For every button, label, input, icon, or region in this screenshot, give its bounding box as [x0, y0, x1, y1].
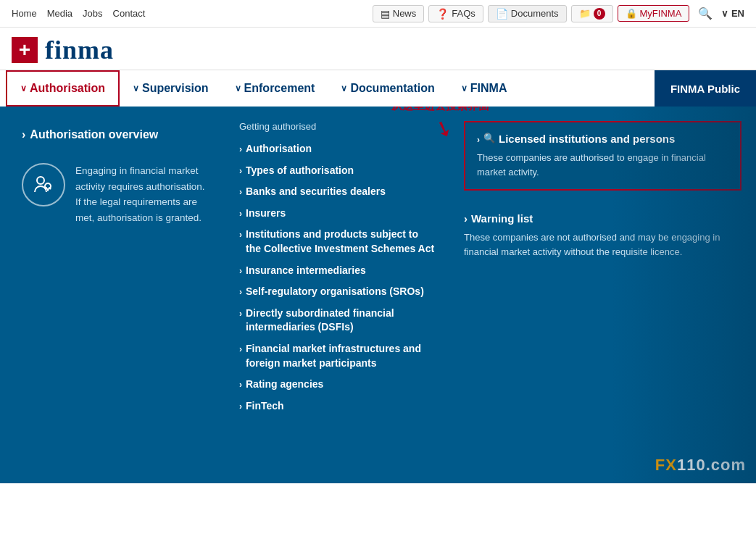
- watermark: FX110.com: [655, 456, 746, 475]
- chevron-right-icon: ›: [239, 186, 242, 199]
- finma-public-button[interactable]: FINMA Public: [655, 70, 756, 107]
- types-of-authorisation-link[interactable]: › Types of authorisation: [239, 164, 435, 178]
- insurers-link[interactable]: › Insurers: [239, 206, 435, 221]
- sro-link[interactable]: › Self-regulatory organisations (SROs): [239, 285, 435, 299]
- authorisation-overview-link[interactable]: › Authorisation overview: [22, 128, 210, 141]
- news-button[interactable]: ▤ News: [373, 5, 425, 22]
- warning-list-section: › Warning list These companies are not a…: [464, 212, 742, 259]
- search-button[interactable]: 🔍: [694, 4, 717, 22]
- list-item: › FinTech: [239, 399, 435, 414]
- licensed-institutions-box: › 🔍 Licensed institutions and persons Th…: [464, 121, 742, 191]
- svg-point-0: [37, 177, 44, 184]
- chevron-right-icon: ›: [239, 308, 242, 320]
- chevron-down-icon: ∨: [133, 83, 139, 93]
- dsfi-link[interactable]: › Directly subordinated financial interm…: [239, 306, 435, 335]
- my-finma-button[interactable]: 🔒 MyFINMA: [618, 5, 690, 22]
- chevron-down-icon: ∨: [20, 83, 27, 93]
- contact-link[interactable]: Contact: [113, 8, 146, 19]
- authorisation-link[interactable]: › Authorisation: [239, 142, 435, 157]
- list-item: › Self-regulatory organisations (SROs): [239, 285, 435, 299]
- chevron-down-icon: ∨: [235, 83, 241, 93]
- chevron-right-icon: ›: [477, 135, 480, 145]
- banks-securities-link[interactable]: › Banks and securities dealers: [239, 185, 435, 199]
- chevron-right-icon: ›: [239, 143, 242, 156]
- chevron-right-icon: ›: [239, 286, 242, 299]
- list-item: › Financial market infrastructures and f…: [239, 342, 435, 370]
- list-item: › Banks and securities dealers: [239, 185, 435, 199]
- rating-agencies-link[interactable]: › Rating agencies: [239, 377, 435, 392]
- list-item: › Authorisation: [239, 142, 435, 157]
- logo-bar: finma: [0, 28, 756, 70]
- media-link[interactable]: Media: [47, 8, 72, 19]
- list-item: › Insurance intermediaries: [239, 264, 435, 278]
- nav-supervision[interactable]: ∨ Supervision: [120, 70, 222, 107]
- licensed-description: These companies are authorised to engage…: [477, 151, 728, 179]
- faqs-icon: ❓: [436, 8, 449, 20]
- financial-market-link[interactable]: › Financial market infrastructures and f…: [239, 342, 435, 370]
- mail-button[interactable]: 📁 0: [571, 5, 613, 22]
- dropdown-right-column: 从这里进去搜索界面 ➘ › 🔍 Licensed institutions an…: [449, 107, 756, 483]
- jobs-link[interactable]: Jobs: [83, 8, 102, 19]
- chevron-right-icon: ›: [464, 212, 468, 225]
- finma-logo[interactable]: finma: [45, 35, 114, 65]
- chevron-down-icon: ∨: [341, 83, 347, 93]
- chevron-right-icon: ›: [239, 343, 242, 356]
- auth-description: Engaging in financial market activity re…: [75, 163, 210, 225]
- main-nav: ∨ Authorisation ∨ Supervision ∨ Enforcem…: [0, 70, 756, 107]
- lock-icon: 🔒: [626, 8, 637, 19]
- chevron-right-icon: ›: [239, 208, 242, 220]
- news-icon: ▤: [381, 8, 390, 20]
- getting-authorised-heading: Getting authorised: [239, 121, 435, 132]
- authorisation-menu-list: › Authorisation › Types of authorisation…: [239, 142, 435, 413]
- home-link[interactable]: Home: [12, 8, 37, 19]
- dropdown-middle-column: Getting authorised › Authorisation › Typ…: [225, 107, 449, 483]
- warning-description: These companies are not authorised and m…: [464, 230, 742, 259]
- documents-button[interactable]: 📄 Documents: [488, 5, 567, 22]
- chevron-right-icon: ›: [239, 379, 242, 391]
- licensed-icon: 🔍: [483, 133, 495, 143]
- swiss-flag: [12, 37, 38, 63]
- insurance-intermediaries-link[interactable]: › Insurance intermediaries: [239, 264, 435, 278]
- chevron-right-icon: ›: [22, 128, 25, 141]
- auth-icon: [22, 163, 65, 206]
- mail-icon: 📁: [579, 8, 591, 19]
- top-bar-links: Home Media Jobs Contact: [12, 8, 145, 19]
- fintech-link[interactable]: › FinTech: [239, 399, 435, 414]
- auth-description-area: Engaging in financial market activity re…: [22, 163, 210, 225]
- warning-list-link[interactable]: › Warning list: [464, 212, 742, 225]
- chevron-down-icon: ∨: [461, 83, 468, 93]
- chevron-right-icon: ›: [239, 229, 242, 241]
- list-item: › Directly subordinated financial interm…: [239, 306, 435, 335]
- top-bar: Home Media Jobs Contact ▤ News ❓ FAQs 📄 …: [0, 0, 756, 28]
- licensed-institutions-link[interactable]: › 🔍 Licensed institutions and persons: [477, 133, 728, 145]
- list-item: › Rating agencies: [239, 377, 435, 392]
- nav-finma[interactable]: ∨ FINMA: [448, 70, 520, 107]
- top-bar-actions: ▤ News ❓ FAQs 📄 Documents 📁 0 🔒 MyFINMA …: [373, 4, 744, 22]
- language-selector[interactable]: ∨ EN: [721, 8, 744, 19]
- chevron-right-icon: ›: [239, 401, 242, 413]
- nav-authorisation[interactable]: ∨ Authorisation: [6, 70, 120, 107]
- nav-enforcement[interactable]: ∨ Enforcement: [222, 70, 328, 107]
- dropdown-panel: › Authorisation overview Engaging in fin…: [0, 107, 756, 483]
- nav-documentation[interactable]: ∨ Documentation: [328, 70, 447, 107]
- documents-icon: 📄: [496, 8, 508, 20]
- cisa-link[interactable]: › Institutions and products subject to t…: [239, 228, 435, 256]
- chevron-right-icon: ›: [239, 265, 242, 278]
- faqs-button[interactable]: ❓ FAQs: [428, 5, 483, 22]
- dropdown-left-column: › Authorisation overview Engaging in fin…: [0, 107, 225, 483]
- chevron-right-icon: ›: [239, 165, 242, 178]
- list-item: › Insurers: [239, 206, 435, 221]
- list-item: › Types of authorisation: [239, 164, 435, 178]
- list-item: › Institutions and products subject to t…: [239, 228, 435, 256]
